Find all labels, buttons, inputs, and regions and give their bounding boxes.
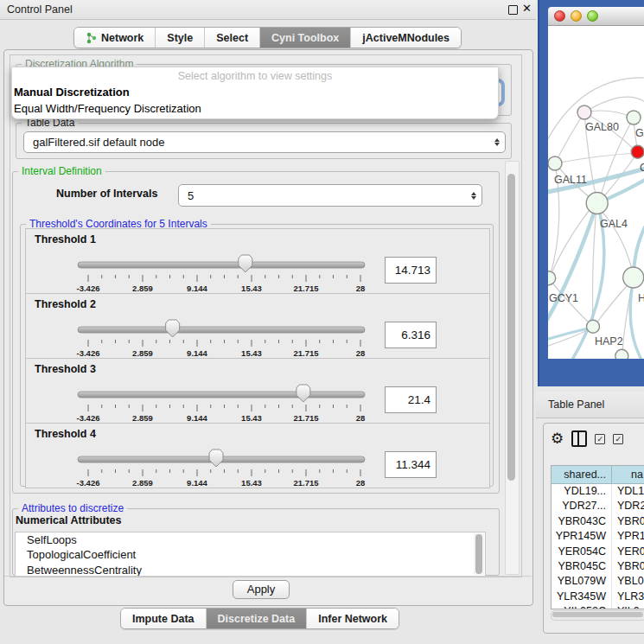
table-row-ybl079w[interactable]: YBL079WYBL0 <box>552 574 644 589</box>
network-node-gcy1[interactable] <box>548 271 556 285</box>
svg-text:9.144: 9.144 <box>187 348 207 358</box>
network-window-titlebar <box>548 7 644 26</box>
table-row-ylr345w[interactable]: YLR345WYLR3 <box>552 590 644 604</box>
close-window-button[interactable] <box>554 10 565 22</box>
checked-box-icon[interactable]: ✓ <box>613 434 623 444</box>
threshold-value-field-3[interactable]: 21.4 <box>385 386 437 413</box>
list-scrollbar[interactable] <box>474 533 484 575</box>
node-label-gcy1: GCY1 <box>549 292 578 304</box>
cell-name: YIL0 <box>612 604 644 609</box>
tab-select[interactable]: Select <box>205 28 260 48</box>
panel-scrollbar[interactable] <box>505 161 520 575</box>
cell-name: YLR3 <box>612 590 644 604</box>
table-data-combobox[interactable]: galFiltered.sif default node <box>23 131 506 153</box>
network-node-gal4[interactable] <box>586 193 608 214</box>
table-row-yer054c[interactable]: YER054CYER0 <box>552 545 644 559</box>
attributes-group-label: Attributes to discretize <box>18 502 127 514</box>
float-panel-icon[interactable] <box>508 5 518 15</box>
split-columns-icon[interactable] <box>571 430 587 447</box>
apply-button[interactable]: Apply <box>233 580 290 599</box>
svg-text:2.859: 2.859 <box>132 348 153 358</box>
option-manual-discretization[interactable]: Manual Discretization <box>12 84 498 100</box>
table-row-ybr045c[interactable]: YBR045CYBR0 <box>552 559 644 574</box>
algorithm-dropdown-popup: Select algorithm to view settings Manual… <box>11 67 499 119</box>
attribute-topologicalcoefficient[interactable]: TopologicalCoefficient <box>16 547 485 562</box>
mode-tab-impute-data[interactable]: Impute Data <box>121 609 207 628</box>
network-node-c[interactable] <box>631 145 644 158</box>
mode-tab-infer-network[interactable]: Infer Network <box>307 609 399 628</box>
cell-shared-name: YLR345W <box>552 590 612 604</box>
zoom-window-button[interactable] <box>587 10 598 22</box>
cell-name: YBL0 <box>612 574 644 589</box>
table-panel-body: ⚙ ✓ ✓ shared... na YDL19...YDL1YDR27...Y… <box>543 423 644 634</box>
tab-cyni-toolbox[interactable]: Cyni Toolbox <box>260 28 351 48</box>
slider-thumb[interactable] <box>166 320 180 337</box>
mode-tab-infer-network-label: Infer Network <box>318 613 387 625</box>
interval-definition-label: Interval Definition <box>18 165 105 177</box>
numerical-attributes-label: Numerical Attributes <box>16 514 121 526</box>
svg-text:15.43: 15.43 <box>241 413 262 423</box>
node-attribute-table[interactable]: shared... na YDL19...YDL1YDR27...YDR2YBR… <box>551 465 644 609</box>
tab-style[interactable]: Style <box>156 28 205 48</box>
node-label-gal4: GAL4 <box>600 218 628 230</box>
svg-text:28: 28 <box>356 284 366 293</box>
mode-tab-impute-data-label: Impute Data <box>132 613 194 625</box>
cell-shared-name: YBR045C <box>552 559 612 574</box>
checked-box-icon[interactable]: ✓ <box>595 434 605 444</box>
svg-text:-3.426: -3.426 <box>77 348 100 358</box>
table-row-ydr27[interactable]: YDR27...YDR2 <box>552 499 644 513</box>
network-node-ga[interactable] <box>627 111 641 124</box>
node-label-h: H <box>638 292 644 304</box>
attribute-betweennesscentrality[interactable]: BetweennessCentrality <box>16 563 485 577</box>
network-view-canvas[interactable]: GAL80GACGAL11GAL4GCY1HHAP2 <box>548 26 644 359</box>
option-equal-width-frequency-discretization[interactable]: Equal Width/Frequency Discretization <box>12 100 498 117</box>
slider-thumb[interactable] <box>239 255 252 272</box>
slider-thumb[interactable] <box>296 385 310 402</box>
control-panel-tabs: NetworkStyleSelectCyni ToolboxjActiveMNo… <box>73 27 462 48</box>
network-node-h[interactable] <box>623 267 644 288</box>
network-node-gal80[interactable] <box>577 105 591 119</box>
app-root: Control Panel ✕ NetworkStyleSelectCyni T… <box>0 0 644 644</box>
table-row-ypr145w[interactable]: YPR145WYPR1 <box>552 529 644 544</box>
tab-jactivemnodules[interactable]: jActiveMNodules <box>351 28 461 48</box>
threshold-value-field-4[interactable]: 11.344 <box>385 451 437 478</box>
table-horizontal-scrollbar[interactable] <box>551 610 644 621</box>
network-node[interactable] <box>615 349 628 359</box>
node-label-gal11: GAL11 <box>554 174 587 186</box>
svg-text:2.859: 2.859 <box>132 284 153 293</box>
cell-shared-name: YBL079W <box>552 574 612 589</box>
threshold-label-1: Threshold 1 <box>35 233 96 245</box>
cell-shared-name: YDL19... <box>552 484 612 499</box>
column-header-name[interactable]: na <box>612 466 644 483</box>
attribute-selfloops[interactable]: SelfLoops <box>16 532 485 547</box>
number-of-intervals-combobox[interactable]: 5 <box>178 184 482 207</box>
threshold-label-4: Threshold 4 <box>35 428 96 440</box>
table-row-yil052c[interactable]: YIL052CYIL0 <box>552 604 644 609</box>
network-node-gal11[interactable] <box>548 156 562 170</box>
table-panel-toolbar: ⚙ ✓ ✓ <box>551 430 623 447</box>
control-panel-titlebar: Control Panel ✕ <box>0 0 536 20</box>
threshold-value-field-1[interactable]: 14.713 <box>385 257 437 284</box>
node-label-hap2: HAP2 <box>595 335 623 348</box>
thresholds-group: Threshold's Coordinates for 5 Intervals … <box>20 224 494 487</box>
minimize-window-button[interactable] <box>571 10 582 22</box>
svg-text:9.144: 9.144 <box>187 284 207 293</box>
threshold-value-field-2[interactable]: 6.316 <box>385 322 437 348</box>
slider-thumb[interactable] <box>209 450 223 467</box>
tab-network[interactable]: Network <box>74 28 156 48</box>
column-header-shared-name[interactable]: shared... <box>552 466 612 483</box>
algorithm-placeholder-option[interactable]: Select algorithm to view settings <box>12 67 498 84</box>
cyni-mode-tabs: Impute DataDiscretize DataInfer Network <box>120 608 399 629</box>
table-row-ybr043c[interactable]: YBR043CYBR0 <box>552 514 644 529</box>
svg-text:2.859: 2.859 <box>132 478 153 488</box>
numerical-attributes-list[interactable]: SelfLoopsTopologicalCoefficientBetweenne… <box>15 532 486 577</box>
close-panel-icon[interactable]: ✕ <box>522 2 532 15</box>
network-node-hap2[interactable] <box>587 320 600 333</box>
mode-tab-discretize-data[interactable]: Discretize Data <box>207 609 308 628</box>
table-row-ydl19[interactable]: YDL19...YDL1 <box>552 484 644 499</box>
network-graph: GAL80GACGAL11GAL4GCY1HHAP2 <box>548 26 644 359</box>
cell-name: YDL1 <box>612 484 644 499</box>
svg-text:15.43: 15.43 <box>241 478 262 488</box>
settings-gear-icon[interactable]: ⚙ <box>551 431 564 446</box>
svg-text:9.144: 9.144 <box>187 478 207 488</box>
